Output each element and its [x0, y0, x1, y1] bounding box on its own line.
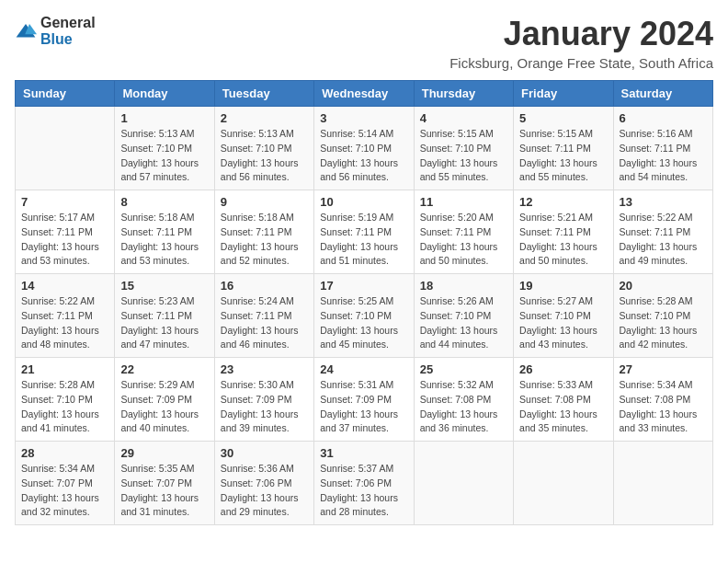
day-info: Sunrise: 5:27 AMSunset: 7:10 PMDaylight:…: [519, 294, 607, 352]
day-info: Sunrise: 5:33 AMSunset: 7:08 PMDaylight:…: [519, 378, 607, 436]
day-number: 13: [620, 195, 707, 209]
calendar-cell: 5Sunrise: 5:15 AMSunset: 7:11 PMDaylight…: [514, 107, 613, 190]
day-number: 3: [320, 111, 407, 125]
day-number: 28: [21, 446, 108, 460]
day-info: Sunrise: 5:28 AMSunset: 7:10 PMDaylight:…: [21, 378, 108, 436]
logo-text-blue: Blue: [40, 31, 73, 47]
header-day-tuesday: Tuesday: [214, 81, 313, 107]
calendar-cell: 23Sunrise: 5:30 AMSunset: 7:09 PMDayligh…: [214, 358, 313, 442]
day-info: Sunrise: 5:37 AMSunset: 7:06 PMDaylight:…: [320, 462, 407, 520]
day-number: 25: [420, 362, 507, 376]
day-info: Sunrise: 5:22 AMSunset: 7:11 PMDaylight:…: [620, 211, 707, 269]
day-info: Sunrise: 5:30 AMSunset: 7:09 PMDaylight:…: [221, 378, 308, 436]
title-block: January 2024 Ficksburg, Orange Free Stat…: [449, 15, 713, 71]
calendar-cell: 21Sunrise: 5:28 AMSunset: 7:10 PMDayligh…: [16, 358, 115, 442]
day-number: 10: [320, 195, 407, 209]
calendar-cell: 22Sunrise: 5:29 AMSunset: 7:09 PMDayligh…: [115, 358, 214, 442]
logo-text-general: General: [40, 15, 96, 30]
calendar-cell: 28Sunrise: 5:34 AMSunset: 7:07 PMDayligh…: [16, 442, 115, 525]
day-info: Sunrise: 5:26 AMSunset: 7:10 PMDaylight:…: [420, 294, 507, 352]
day-info: Sunrise: 5:21 AMSunset: 7:11 PMDaylight:…: [519, 211, 607, 269]
day-number: 21: [21, 362, 108, 376]
calendar-cell: 13Sunrise: 5:22 AMSunset: 7:11 PMDayligh…: [613, 190, 712, 274]
calendar-location: Ficksburg, Orange Free State, South Afri…: [449, 55, 713, 71]
day-number: 12: [519, 195, 607, 209]
calendar-cell: 1Sunrise: 5:13 AMSunset: 7:10 PMDaylight…: [115, 107, 214, 190]
calendar-cell: 10Sunrise: 5:19 AMSunset: 7:11 PMDayligh…: [314, 190, 414, 274]
calendar-week-row: 7Sunrise: 5:17 AMSunset: 7:11 PMDaylight…: [16, 190, 713, 274]
day-number: 16: [221, 279, 308, 293]
calendar-header-row: SundayMondayTuesdayWednesdayThursdayFrid…: [16, 81, 713, 107]
day-number: 26: [519, 362, 607, 376]
day-number: 4: [420, 111, 507, 125]
calendar-cell: 16Sunrise: 5:24 AMSunset: 7:11 PMDayligh…: [214, 274, 313, 358]
calendar-cell: 4Sunrise: 5:15 AMSunset: 7:10 PMDaylight…: [414, 107, 513, 190]
day-info: Sunrise: 5:24 AMSunset: 7:11 PMDaylight:…: [221, 294, 308, 352]
calendar-week-row: 14Sunrise: 5:22 AMSunset: 7:11 PMDayligh…: [16, 274, 713, 358]
header-day-thursday: Thursday: [414, 81, 513, 107]
calendar-cell: 6Sunrise: 5:16 AMSunset: 7:11 PMDaylight…: [613, 107, 712, 190]
day-info: Sunrise: 5:34 AMSunset: 7:07 PMDaylight:…: [21, 462, 108, 520]
day-number: 18: [420, 279, 507, 293]
logo: General Blue: [15, 15, 96, 48]
day-info: Sunrise: 5:36 AMSunset: 7:06 PMDaylight:…: [221, 462, 308, 520]
day-info: Sunrise: 5:23 AMSunset: 7:11 PMDaylight:…: [120, 294, 208, 352]
day-info: Sunrise: 5:20 AMSunset: 7:11 PMDaylight:…: [420, 211, 507, 269]
calendar-cell: [414, 442, 513, 525]
calendar-week-row: 28Sunrise: 5:34 AMSunset: 7:07 PMDayligh…: [16, 442, 713, 525]
day-info: Sunrise: 5:16 AMSunset: 7:11 PMDaylight:…: [620, 127, 707, 185]
calendar-cell: 25Sunrise: 5:32 AMSunset: 7:08 PMDayligh…: [414, 358, 513, 442]
day-number: 29: [120, 446, 208, 460]
day-info: Sunrise: 5:14 AMSunset: 7:10 PMDaylight:…: [320, 127, 407, 185]
day-info: Sunrise: 5:18 AMSunset: 7:11 PMDaylight:…: [221, 211, 308, 269]
calendar-cell: 31Sunrise: 5:37 AMSunset: 7:06 PMDayligh…: [314, 442, 414, 525]
calendar-cell: 24Sunrise: 5:31 AMSunset: 7:09 PMDayligh…: [314, 358, 414, 442]
calendar-cell: 8Sunrise: 5:18 AMSunset: 7:11 PMDaylight…: [115, 190, 214, 274]
calendar-cell: 26Sunrise: 5:33 AMSunset: 7:08 PMDayligh…: [514, 358, 613, 442]
page-header: General Blue January 2024 Ficksburg, Ora…: [15, 15, 713, 71]
day-number: 19: [519, 279, 607, 293]
calendar-cell: 14Sunrise: 5:22 AMSunset: 7:11 PMDayligh…: [16, 274, 115, 358]
day-info: Sunrise: 5:35 AMSunset: 7:07 PMDaylight:…: [120, 462, 208, 520]
calendar-title: January 2024: [449, 15, 713, 53]
day-number: 15: [120, 279, 208, 293]
day-info: Sunrise: 5:13 AMSunset: 7:10 PMDaylight:…: [221, 127, 308, 185]
calendar-week-row: 1Sunrise: 5:13 AMSunset: 7:10 PMDaylight…: [16, 107, 713, 190]
calendar-table: SundayMondayTuesdayWednesdayThursdayFrid…: [15, 80, 713, 525]
day-info: Sunrise: 5:34 AMSunset: 7:08 PMDaylight:…: [620, 378, 707, 436]
day-info: Sunrise: 5:18 AMSunset: 7:11 PMDaylight:…: [120, 211, 208, 269]
calendar-cell: [16, 107, 115, 190]
day-info: Sunrise: 5:17 AMSunset: 7:11 PMDaylight:…: [21, 211, 108, 269]
day-number: 20: [620, 279, 707, 293]
calendar-cell: 20Sunrise: 5:28 AMSunset: 7:10 PMDayligh…: [613, 274, 712, 358]
day-number: 30: [221, 446, 308, 460]
day-info: Sunrise: 5:31 AMSunset: 7:09 PMDaylight:…: [320, 378, 407, 436]
day-number: 8: [120, 195, 208, 209]
day-info: Sunrise: 5:15 AMSunset: 7:11 PMDaylight:…: [519, 127, 607, 185]
header-day-friday: Friday: [514, 81, 613, 107]
calendar-cell: 18Sunrise: 5:26 AMSunset: 7:10 PMDayligh…: [414, 274, 513, 358]
calendar-cell: 19Sunrise: 5:27 AMSunset: 7:10 PMDayligh…: [514, 274, 613, 358]
calendar-cell: 30Sunrise: 5:36 AMSunset: 7:06 PMDayligh…: [214, 442, 313, 525]
day-info: Sunrise: 5:22 AMSunset: 7:11 PMDaylight:…: [21, 294, 108, 352]
header-day-monday: Monday: [115, 81, 214, 107]
day-info: Sunrise: 5:19 AMSunset: 7:11 PMDaylight:…: [320, 211, 407, 269]
day-number: 9: [221, 195, 308, 209]
day-number: 17: [320, 279, 407, 293]
calendar-cell: [514, 442, 613, 525]
day-number: 23: [221, 362, 308, 376]
header-day-saturday: Saturday: [613, 81, 712, 107]
day-number: 27: [620, 362, 707, 376]
calendar-cell: 3Sunrise: 5:14 AMSunset: 7:10 PMDaylight…: [314, 107, 414, 190]
calendar-cell: 29Sunrise: 5:35 AMSunset: 7:07 PMDayligh…: [115, 442, 214, 525]
day-number: 24: [320, 362, 407, 376]
day-number: 2: [221, 111, 308, 125]
calendar-cell: 2Sunrise: 5:13 AMSunset: 7:10 PMDaylight…: [214, 107, 313, 190]
calendar-cell: 15Sunrise: 5:23 AMSunset: 7:11 PMDayligh…: [115, 274, 214, 358]
calendar-cell: 12Sunrise: 5:21 AMSunset: 7:11 PMDayligh…: [514, 190, 613, 274]
day-info: Sunrise: 5:29 AMSunset: 7:09 PMDaylight:…: [120, 378, 208, 436]
calendar-cell: 11Sunrise: 5:20 AMSunset: 7:11 PMDayligh…: [414, 190, 513, 274]
calendar-cell: 17Sunrise: 5:25 AMSunset: 7:10 PMDayligh…: [314, 274, 414, 358]
day-number: 7: [21, 195, 108, 209]
day-number: 5: [519, 111, 607, 125]
